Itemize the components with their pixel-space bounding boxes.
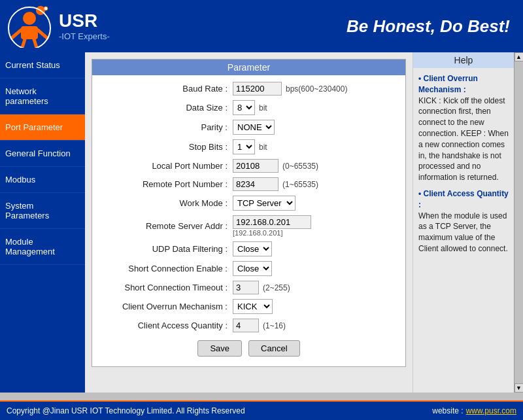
parity-control: NONEODDEVEN: [233, 120, 275, 135]
svg-line-6: [22, 39, 25, 48]
data-size-row: Data Size : 8765 bit: [102, 100, 396, 115]
short-conn-enable-row: Short Connection Enable : CloseOpen: [102, 261, 396, 276]
sidebar-item-network-parameters[interactable]: Network parameters: [0, 79, 85, 114]
svg-line-7: [34, 39, 37, 48]
baud-rate-input[interactable]: [233, 82, 282, 96]
udp-filtering-label: UDP Data Filtering :: [102, 244, 233, 254]
content: Parameter Baud Rate : bps(600~230400) Da…: [85, 52, 523, 393]
baud-rate-hint: bps(600~230400): [286, 84, 347, 94]
stop-bits-label: Stop Bits :: [102, 142, 233, 152]
remote-addr-input[interactable]: [233, 215, 311, 229]
data-size-label: Data Size :: [102, 103, 233, 113]
remote-port-input[interactable]: [233, 177, 278, 191]
parity-select[interactable]: NONEODDEVEN: [233, 120, 275, 135]
data-size-hint: bit: [259, 103, 267, 113]
logo-area: USR -IOT Experts-: [7, 5, 110, 48]
save-button[interactable]: Save: [197, 340, 242, 357]
local-port-hint: (0~65535): [282, 162, 318, 171]
svg-line-5: [38, 30, 47, 38]
help-content: • Client Overrun Mechanism : KICK : Kick…: [418, 73, 509, 254]
help-section-1: • Client Access Quantity : When the modu…: [418, 188, 509, 254]
short-conn-timeout-input[interactable]: [233, 281, 259, 294]
client-access-control: (1~16): [233, 319, 286, 332]
footer-right: website : www.pusr.com: [432, 406, 516, 415]
client-access-row: Client Access Quantity : (1~16): [102, 319, 396, 332]
form-buttons: Save Cancel: [102, 340, 396, 357]
remote-addr-sub-hint: [192.168.0.201]: [233, 229, 311, 237]
short-conn-timeout-hint: (2~255): [263, 283, 290, 292]
baud-rate-label: Baud Rate :: [102, 84, 233, 94]
stop-bits-row: Stop Bits : 12 bit: [102, 139, 396, 154]
svg-point-1: [44, 7, 48, 10]
client-overrun-select[interactable]: KICKKEEP: [233, 299, 273, 314]
sidebar-item-system-parameters[interactable]: System Parameters: [0, 193, 85, 229]
remote-addr-label: Remote Server Addr :: [102, 221, 233, 231]
slogan: Be Honest, Do Best!: [346, 16, 510, 37]
svg-point-2: [23, 12, 36, 25]
brand-text: USR -IOT Experts-: [59, 11, 110, 41]
baud-rate-control: bps(600~230400): [233, 82, 347, 96]
baud-rate-row: Baud Rate : bps(600~230400): [102, 82, 396, 96]
short-conn-enable-label: Short Connection Enable :: [102, 264, 233, 273]
short-conn-enable-control: CloseOpen: [233, 261, 272, 276]
remote-port-hint: (1~65535): [282, 180, 318, 189]
client-access-input[interactable]: [233, 319, 259, 332]
help-section-0-title: • Client Overrun Mechanism :: [418, 74, 478, 94]
form-panel: Parameter Baud Rate : bps(600~230400) Da…: [85, 52, 413, 393]
client-access-label: Client Access Quantity :: [102, 321, 233, 330]
local-port-control: (0~65535): [233, 159, 318, 173]
parity-label: Parity :: [102, 122, 233, 132]
remote-port-label: Remote Port Number :: [102, 179, 233, 189]
sidebar-item-modbus[interactable]: Modbus: [0, 167, 85, 193]
footer-copyright: Copyright @Jinan USR IOT Technology Limi…: [7, 406, 245, 415]
brand-tagline: -IOT Experts-: [59, 31, 110, 41]
stop-bits-control: 12 bit: [233, 139, 267, 154]
svg-line-4: [12, 30, 21, 38]
scroll-down-button[interactable]: ▼: [515, 383, 524, 393]
work-mode-row: Work Mode : TCP ServerTCP ClientUDP Serv…: [102, 196, 396, 211]
addr-group: [192.168.0.201]: [233, 215, 311, 237]
data-size-select[interactable]: 8765: [233, 100, 255, 115]
parity-row: Parity : NONEODDEVEN: [102, 120, 396, 135]
sidebar-item-module-management[interactable]: Module Management: [0, 229, 85, 265]
short-conn-timeout-control: (2~255): [233, 281, 290, 294]
stop-bits-select[interactable]: 12: [233, 139, 255, 154]
stop-bits-hint: bit: [259, 143, 267, 152]
form-box: Parameter Baud Rate : bps(600~230400) Da…: [92, 59, 406, 367]
work-mode-select[interactable]: TCP ServerTCP ClientUDP ServerUDP Client: [233, 196, 295, 211]
local-port-label: Local Port Number :: [102, 161, 233, 171]
footer-website-link[interactable]: www.pusr.com: [466, 406, 516, 415]
logo-icon: [7, 5, 52, 48]
svg-rect-3: [21, 26, 38, 39]
data-size-control: 8765 bit: [233, 100, 267, 115]
help-section-0: • Client Overrun Mechanism : KICK : Kick…: [418, 73, 509, 183]
help-section-1-title: • Client Access Quantity :: [418, 189, 509, 209]
form-title: Parameter: [92, 60, 405, 75]
short-conn-timeout-row: Short Connection Timeout : (2~255): [102, 281, 396, 294]
client-overrun-control: KICKKEEP: [233, 299, 273, 314]
footer-website-label: website :: [432, 406, 463, 415]
scroll-up-button[interactable]: ▲: [515, 52, 524, 61]
short-conn-timeout-label: Short Connection Timeout :: [102, 283, 233, 292]
remote-port-control: (1~65535): [233, 177, 318, 191]
header: USR -IOT Experts- Be Honest, Do Best!: [0, 0, 523, 52]
remote-addr-row: Remote Server Addr : [192.168.0.201]: [102, 215, 396, 237]
work-mode-label: Work Mode :: [102, 198, 233, 208]
client-overrun-row: Client Overrun Mechanism : KICKKEEP: [102, 299, 396, 314]
short-conn-enable-select[interactable]: CloseOpen: [233, 261, 272, 276]
client-overrun-label: Client Overrun Mechanism :: [102, 302, 233, 311]
work-mode-control: TCP ServerTCP ClientUDP ServerUDP Client: [233, 196, 295, 211]
sidebar-item-current-status[interactable]: Current Status: [0, 52, 85, 79]
help-section-1-content: When the module is used as a TCP Server,…: [418, 211, 508, 253]
remote-addr-control: [192.168.0.201]: [233, 215, 311, 237]
help-title: Help: [413, 52, 514, 68]
cancel-button[interactable]: Cancel: [248, 340, 299, 357]
sidebar: Current Status Network parameters Port P…: [0, 52, 85, 393]
scrollbar: ▲ ▼: [514, 52, 523, 393]
client-access-hint: (1~16): [263, 321, 286, 330]
sidebar-item-general-function[interactable]: General Function: [0, 141, 85, 167]
sidebar-item-port-parameter[interactable]: Port Parameter: [0, 114, 85, 141]
local-port-input[interactable]: [233, 159, 278, 173]
udp-filtering-control: CloseOpen: [233, 241, 272, 256]
udp-filtering-select[interactable]: CloseOpen: [233, 241, 272, 256]
